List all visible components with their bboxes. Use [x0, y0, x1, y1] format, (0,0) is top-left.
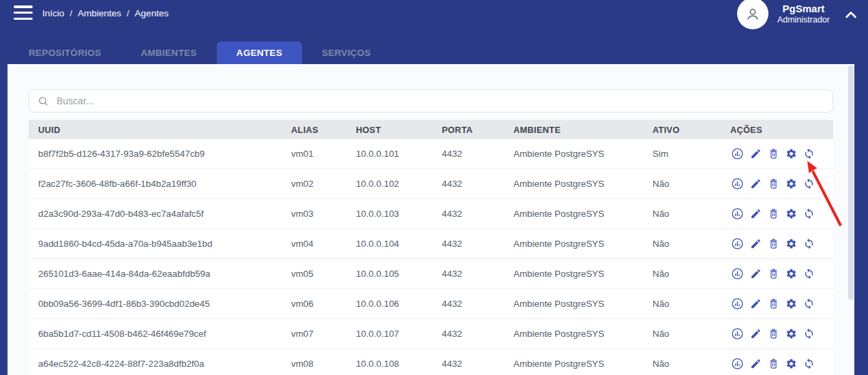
edit-action-button[interactable]: [749, 327, 762, 340]
edit-action-button[interactable]: [749, 177, 762, 190]
tab-repositorios[interactable]: REPOSITÓRIOS: [9, 42, 121, 64]
header-porta: PORTA: [442, 125, 513, 135]
statistics-action-button[interactable]: [730, 207, 745, 221]
delete-action-button[interactable]: [767, 357, 780, 370]
cell-acoes: [718, 177, 833, 191]
delete-action-button[interactable]: [767, 147, 780, 160]
cell-acoes: [718, 207, 833, 221]
tab-ambientes[interactable]: AMBIENTES: [121, 42, 216, 64]
statistics-action-button[interactable]: [730, 177, 745, 191]
statistics-action-button[interactable]: [730, 357, 745, 371]
cell-porta: 4432: [442, 329, 513, 339]
cell-ativo: Não: [653, 179, 718, 189]
top-header: Início / Ambientes / Agentes PgSmart Adm…: [0, 0, 868, 64]
breadcrumb-separator: /: [70, 8, 72, 18]
delete-action-button[interactable]: [767, 237, 780, 250]
cell-uuid: 6ba5b1d7-cd11-4508-b462-46f469e79cef: [29, 329, 291, 339]
settings-action-button[interactable]: [785, 207, 798, 220]
settings-action-button[interactable]: [785, 297, 798, 310]
settings-action-button[interactable]: [785, 267, 798, 280]
cell-alias: vm02: [291, 179, 356, 189]
cell-acoes: [718, 357, 833, 371]
header-acoes: AÇÕES: [718, 125, 833, 135]
cell-ativo: Não: [653, 359, 718, 369]
tab-bar: REPOSITÓRIOS AMBIENTES AGENTES SERVIÇOS: [9, 42, 391, 64]
table-row: b8f7f2b5-d126-4317-93a9-62bfe5547cb9 vm0…: [29, 139, 833, 169]
delete-action-button[interactable]: [767, 297, 780, 310]
statistics-action-button[interactable]: [730, 237, 745, 251]
vertical-scrollbar[interactable]: [848, 65, 854, 300]
statistics-action-button[interactable]: [730, 297, 745, 311]
refresh-action-button[interactable]: [803, 327, 815, 340]
edit-action-button[interactable]: [749, 297, 762, 310]
settings-action-button[interactable]: [785, 357, 798, 370]
cell-acoes: [718, 147, 833, 161]
statistics-action-button[interactable]: [730, 267, 745, 281]
cell-uuid: d2a3c90d-293a-47d0-b483-ec7a4afafc5f: [29, 209, 291, 219]
statistics-action-button[interactable]: [730, 327, 745, 341]
refresh-action-button[interactable]: [803, 147, 815, 160]
cell-uuid: 265101d3-6aae-414a-84da-62eaabfdb59a: [29, 269, 291, 279]
settings-action-button[interactable]: [785, 237, 798, 250]
refresh-action-button[interactable]: [803, 237, 815, 250]
tab-servicos[interactable]: SERVIÇOS: [302, 42, 391, 64]
cell-ambiente: Ambiente PostgreSYS: [513, 239, 653, 249]
breadcrumb: Início / Ambientes / Agentes: [42, 8, 168, 18]
edit-action-button[interactable]: [749, 237, 762, 250]
cell-ativo: Não: [653, 209, 718, 219]
cell-uuid: b8f7f2b5-d126-4317-93a9-62bfe5547cb9: [29, 149, 291, 159]
user-info: PgSmart Administrador: [777, 3, 830, 25]
cell-alias: vm06: [291, 299, 356, 309]
user-menu[interactable]: PgSmart Administrador: [737, 0, 857, 29]
cell-porta: 4432: [442, 209, 513, 219]
refresh-action-button[interactable]: [803, 297, 815, 310]
breadcrumb-inicio[interactable]: Início: [42, 8, 64, 18]
refresh-action-button[interactable]: [803, 267, 815, 280]
cell-host: 10.0.0.102: [356, 179, 442, 189]
cell-host: 10.0.0.108: [356, 359, 442, 369]
cell-porta: 4432: [442, 299, 513, 309]
cell-porta: 4432: [442, 239, 513, 249]
user-name: PgSmart: [777, 3, 830, 15]
agents-table: UUID ALIAS HOST PORTA AMBIENTE ATIVO AÇÕ…: [29, 120, 833, 375]
tab-agentes[interactable]: AGENTES: [217, 42, 302, 64]
cell-acoes: [718, 327, 833, 341]
delete-action-button[interactable]: [767, 327, 780, 340]
search-input[interactable]: [57, 95, 824, 106]
edit-action-button[interactable]: [749, 147, 762, 160]
cell-host: 10.0.0.104: [356, 239, 442, 249]
cell-alias: vm08: [291, 359, 356, 369]
chevron-up-icon[interactable]: [845, 11, 857, 19]
statistics-action-button[interactable]: [730, 147, 745, 161]
settings-action-button[interactable]: [785, 177, 798, 190]
hamburger-menu-icon[interactable]: [14, 5, 33, 21]
refresh-action-button[interactable]: [803, 357, 815, 370]
settings-action-button[interactable]: [785, 327, 798, 340]
cell-ativo: Não: [653, 239, 718, 249]
cell-ativo: Não: [653, 329, 718, 339]
cell-host: 10.0.0.103: [356, 209, 442, 219]
edit-action-button[interactable]: [749, 207, 762, 220]
table-header-row: UUID ALIAS HOST PORTA AMBIENTE ATIVO AÇÕ…: [29, 120, 833, 139]
refresh-action-button[interactable]: [803, 207, 815, 220]
settings-action-button[interactable]: [785, 147, 798, 160]
header-alias: ALIAS: [291, 125, 356, 135]
refresh-action-button[interactable]: [803, 177, 815, 190]
table-row: f2ac27fc-3606-48fb-a66f-1b4b2a19ff30 vm0…: [29, 169, 833, 199]
cell-alias: vm05: [291, 269, 356, 279]
breadcrumb-ambientes[interactable]: Ambientes: [78, 8, 121, 18]
cell-ativo: Sim: [653, 149, 718, 159]
search-icon: [38, 95, 49, 107]
cell-host: 10.0.0.107: [356, 329, 442, 339]
cell-acoes: [718, 267, 833, 281]
delete-action-button[interactable]: [767, 177, 780, 190]
table-row: d2a3c90d-293a-47d0-b483-ec7a4afafc5f vm0…: [29, 199, 833, 229]
delete-action-button[interactable]: [767, 207, 780, 220]
cell-host: 10.0.0.101: [356, 149, 442, 159]
delete-action-button[interactable]: [767, 267, 780, 280]
header-ativo: ATIVO: [653, 125, 718, 135]
user-role: Administrador: [777, 15, 830, 25]
breadcrumb-agentes[interactable]: Agentes: [135, 8, 169, 18]
edit-action-button[interactable]: [749, 267, 762, 280]
edit-action-button[interactable]: [749, 357, 762, 370]
